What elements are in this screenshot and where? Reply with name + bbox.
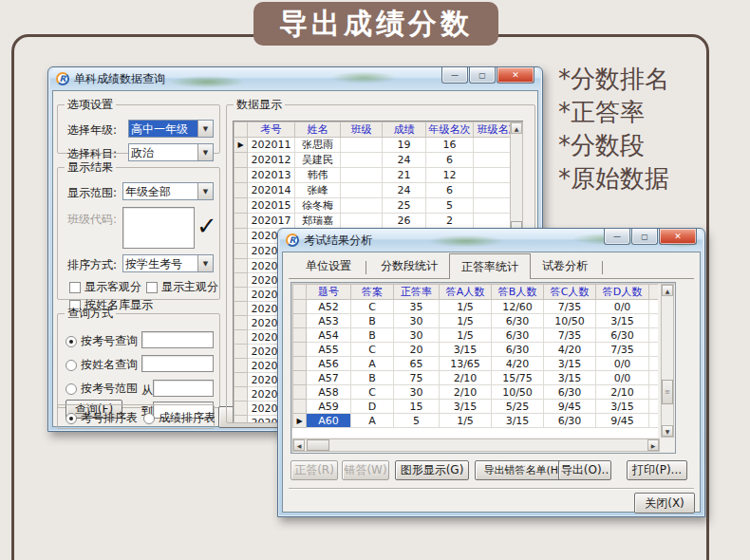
column-header[interactable]: 答案 bbox=[351, 285, 394, 300]
tab-correct-rate[interactable]: 正答率统计 bbox=[449, 253, 531, 279]
table-cell[interactable] bbox=[341, 198, 383, 214]
table-cell[interactable]: A53 bbox=[307, 314, 351, 328]
scroll-up-icon[interactable]: ▲ bbox=[662, 285, 673, 296]
table-cell[interactable]: 25 bbox=[383, 198, 426, 214]
table-cell[interactable]: 75 bbox=[394, 371, 440, 385]
maximize-button[interactable]: ▢ bbox=[631, 229, 658, 245]
table-cell[interactable]: 张峰 bbox=[295, 183, 341, 198]
column-header[interactable] bbox=[649, 285, 659, 300]
grade-combobox[interactable]: 高中一年级 ▼ bbox=[128, 120, 214, 138]
table-cell[interactable] bbox=[649, 314, 659, 328]
table-cell[interactable]: 202017 bbox=[248, 214, 295, 229]
dialog-close-button[interactable]: 关闭(X) bbox=[634, 493, 695, 513]
row-selector[interactable] bbox=[293, 400, 307, 414]
table-cell[interactable]: 6/30 bbox=[544, 385, 596, 400]
table-row[interactable]: 202013韩伟2112 bbox=[234, 168, 523, 183]
table-row[interactable]: A53B301/56/3010/503/15 bbox=[293, 314, 659, 328]
table-cell[interactable]: 16 bbox=[426, 138, 474, 153]
table-cell[interactable]: 6/30 bbox=[544, 414, 596, 428]
table-cell[interactable]: 5 bbox=[426, 198, 474, 214]
column-header[interactable]: 考号 bbox=[248, 122, 295, 138]
row-selector[interactable] bbox=[293, 328, 307, 343]
table-cell[interactable]: 3/15 bbox=[544, 371, 596, 385]
radio-circle[interactable] bbox=[66, 383, 77, 395]
close-button[interactable]: ✕ bbox=[497, 67, 534, 84]
table-cell[interactable] bbox=[649, 357, 659, 371]
wrong-answer-button[interactable]: 错答(W) bbox=[342, 460, 389, 480]
table-cell[interactable]: 26 bbox=[383, 214, 426, 229]
table-cell[interactable]: 3/15 bbox=[440, 343, 492, 357]
table-cell[interactable] bbox=[341, 168, 383, 183]
table-cell[interactable]: 30 bbox=[394, 385, 440, 400]
table-cell[interactable]: 5 bbox=[394, 414, 440, 428]
column-header[interactable]: 答D人数 bbox=[596, 285, 649, 300]
table-row[interactable]: A58C302/1010/506/302/10 bbox=[293, 385, 659, 400]
column-header[interactable]: 答A人数 bbox=[440, 285, 492, 300]
minimize-button[interactable]: — bbox=[441, 67, 468, 84]
table-cell[interactable]: 13/65 bbox=[440, 357, 492, 371]
tab-unit-settings[interactable]: 单位设置 bbox=[294, 255, 363, 278]
column-header[interactable]: 成绩 bbox=[383, 122, 426, 138]
row-selector[interactable] bbox=[293, 385, 307, 400]
table-cell[interactable]: 张思雨 bbox=[295, 138, 341, 153]
table-cell[interactable]: 1/5 bbox=[440, 300, 492, 314]
row-selector[interactable] bbox=[234, 330, 248, 345]
checkbox-box[interactable] bbox=[69, 282, 81, 293]
table-cell[interactable]: 2/10 bbox=[440, 385, 492, 400]
table-cell[interactable]: 35 bbox=[394, 300, 440, 314]
table-row[interactable]: A55C203/156/304/207/35 bbox=[293, 343, 659, 357]
table-cell[interactable]: A52 bbox=[307, 300, 351, 314]
radio-circle[interactable] bbox=[143, 413, 155, 424]
table-cell[interactable]: B bbox=[351, 371, 394, 385]
table-cell[interactable]: 202014 bbox=[248, 183, 295, 198]
table-row[interactable]: A59D153/155/259/453/15 bbox=[293, 400, 659, 414]
export-wrong-list-button[interactable]: 导出错答名单(H) bbox=[475, 460, 572, 480]
query-by-range-radio[interactable]: 按考号范围 bbox=[66, 381, 138, 397]
row-selector[interactable] bbox=[293, 357, 307, 371]
maximize-button[interactable]: ▢ bbox=[469, 67, 496, 84]
table-cell[interactable]: 19 bbox=[383, 138, 426, 153]
table-cell[interactable]: 韩伟 bbox=[295, 168, 341, 183]
class-code-box[interactable] bbox=[122, 207, 195, 249]
row-selector[interactable] bbox=[234, 214, 248, 229]
query-by-examno-radio[interactable]: 按考号查询 bbox=[66, 333, 138, 349]
column-header[interactable]: 正答率 bbox=[394, 285, 440, 300]
row-selector[interactable] bbox=[234, 183, 248, 198]
table-cell[interactable]: D bbox=[351, 400, 394, 414]
scroll-left-icon[interactable]: ◀ bbox=[293, 439, 305, 451]
column-header[interactable]: 题号 bbox=[307, 285, 351, 300]
examno-query-input[interactable] bbox=[141, 331, 214, 348]
row-selector[interactable] bbox=[234, 288, 248, 302]
table-cell[interactable]: 6 bbox=[426, 183, 474, 198]
row-selector[interactable] bbox=[293, 300, 307, 314]
dropdown-arrow-icon[interactable]: ▼ bbox=[197, 255, 213, 271]
correct-rate-table[interactable]: 题号答案正答率答A人数答B人数答C人数答D人数A52C351/512/607/3… bbox=[292, 284, 658, 438]
table-cell[interactable]: A56 bbox=[307, 357, 351, 371]
table-cell[interactable] bbox=[649, 328, 659, 343]
table-cell[interactable]: B bbox=[351, 328, 394, 343]
query-by-name-radio[interactable]: 按姓名查询 bbox=[66, 357, 138, 373]
table-row[interactable]: ▶202011张思雨1916 bbox=[234, 138, 523, 153]
table-cell[interactable]: 1/5 bbox=[440, 314, 492, 328]
table-cell[interactable] bbox=[649, 385, 659, 400]
table-cell[interactable]: B bbox=[351, 314, 394, 328]
range-from-input[interactable] bbox=[153, 380, 214, 397]
row-selector[interactable] bbox=[234, 359, 248, 373]
table-cell[interactable]: 30 bbox=[394, 314, 440, 328]
table-cell[interactable]: 12/60 bbox=[492, 300, 544, 314]
table-cell[interactable]: 3/15 bbox=[544, 357, 596, 371]
table-cell[interactable]: 15/75 bbox=[492, 371, 544, 385]
table-cell[interactable] bbox=[341, 138, 383, 153]
table-row[interactable]: A56A6513/654/203/150/0 bbox=[293, 357, 659, 371]
row-selector[interactable] bbox=[234, 302, 248, 316]
table-cell[interactable]: 24 bbox=[383, 153, 426, 168]
table-cell[interactable]: 24 bbox=[383, 183, 426, 198]
scroll-thumb[interactable] bbox=[307, 439, 329, 451]
table-cell[interactable]: 6 bbox=[426, 153, 474, 168]
scroll-thumb[interactable]: ≡ bbox=[662, 380, 673, 404]
table-cell[interactable]: 65 bbox=[394, 357, 440, 371]
row-selector[interactable] bbox=[234, 387, 248, 401]
score-sort-table-radio[interactable]: 成绩排序表 bbox=[143, 410, 216, 426]
table-cell[interactable]: 202015 bbox=[248, 198, 295, 214]
objective-score-checkbox[interactable]: 显示客观分 bbox=[69, 279, 141, 295]
